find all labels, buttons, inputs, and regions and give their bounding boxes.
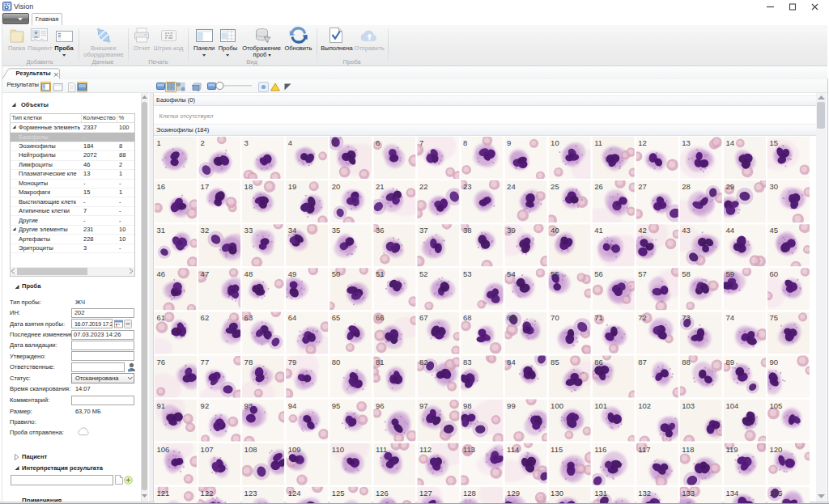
svg-text:122: 122 — [201, 488, 214, 497]
svg-text:43: 43 — [682, 226, 691, 235]
svg-text:4: 4 — [288, 138, 292, 147]
svg-text:118: 118 — [682, 444, 694, 453]
svg-text:89: 89 — [725, 357, 734, 366]
svg-text:40: 40 — [551, 226, 559, 235]
svg-text:93: 93 — [244, 400, 253, 409]
svg-text:100: 100 — [551, 400, 563, 409]
svg-text:24: 24 — [507, 182, 516, 191]
svg-text:80: 80 — [332, 357, 341, 366]
svg-text:14: 14 — [725, 138, 734, 147]
svg-text:104: 104 — [725, 400, 738, 409]
svg-text:112: 112 — [419, 444, 432, 453]
svg-text:19: 19 — [288, 182, 297, 191]
svg-text:117: 117 — [638, 444, 650, 453]
svg-text:91: 91 — [157, 400, 166, 409]
svg-text:45: 45 — [770, 226, 779, 235]
svg-text:34: 34 — [288, 226, 297, 235]
svg-text:107: 107 — [201, 444, 214, 453]
svg-text:46: 46 — [157, 269, 166, 278]
svg-text:110: 110 — [332, 444, 344, 453]
svg-text:64: 64 — [288, 313, 297, 322]
svg-text:33: 33 — [244, 226, 253, 235]
svg-text:108: 108 — [244, 444, 257, 453]
svg-text:48: 48 — [244, 269, 253, 278]
svg-text:111: 111 — [376, 444, 387, 453]
svg-text:67: 67 — [419, 313, 428, 322]
svg-text:86: 86 — [594, 357, 603, 366]
svg-text:87: 87 — [638, 357, 647, 366]
svg-text:129: 129 — [507, 488, 520, 497]
svg-text:56: 56 — [594, 269, 603, 278]
svg-text:49: 49 — [288, 269, 297, 278]
svg-text:31: 31 — [157, 226, 166, 235]
svg-text:1: 1 — [157, 138, 161, 147]
svg-text:3: 3 — [244, 138, 249, 147]
svg-text:27: 27 — [638, 182, 647, 191]
svg-text:114: 114 — [507, 444, 519, 453]
svg-text:50: 50 — [332, 269, 341, 278]
svg-text:77: 77 — [201, 357, 210, 366]
svg-text:95: 95 — [332, 400, 341, 409]
svg-text:66: 66 — [376, 313, 385, 322]
svg-text:41: 41 — [594, 226, 603, 235]
svg-text:65: 65 — [332, 313, 341, 322]
svg-text:2: 2 — [201, 138, 205, 147]
svg-text:7: 7 — [419, 138, 423, 147]
svg-text:109: 109 — [288, 444, 301, 453]
svg-text:36: 36 — [376, 226, 385, 235]
svg-text:20: 20 — [332, 182, 341, 191]
svg-text:9: 9 — [507, 138, 511, 147]
svg-text:76: 76 — [157, 357, 166, 366]
svg-text:79: 79 — [288, 357, 297, 366]
svg-text:98: 98 — [463, 400, 472, 409]
svg-text:6: 6 — [376, 138, 380, 147]
svg-text:26: 26 — [594, 182, 603, 191]
svg-text:132: 132 — [638, 488, 651, 497]
svg-text:17: 17 — [201, 182, 210, 191]
svg-text:37: 37 — [419, 226, 428, 235]
svg-text:32: 32 — [201, 226, 210, 235]
svg-text:135: 135 — [770, 488, 783, 497]
svg-text:99: 99 — [507, 400, 516, 409]
svg-text:54: 54 — [507, 269, 516, 278]
svg-text:116: 116 — [594, 444, 606, 453]
svg-text:78: 78 — [244, 357, 253, 366]
svg-text:38: 38 — [463, 226, 472, 235]
svg-text:21: 21 — [376, 182, 385, 191]
svg-text:44: 44 — [725, 226, 734, 235]
svg-text:70: 70 — [551, 313, 559, 322]
svg-text:123: 123 — [244, 488, 257, 497]
svg-text:120: 120 — [770, 444, 783, 453]
svg-text:18: 18 — [244, 182, 253, 191]
svg-text:90: 90 — [770, 357, 779, 366]
svg-text:71: 71 — [594, 313, 603, 322]
svg-text:58: 58 — [682, 269, 691, 278]
svg-text:130: 130 — [551, 488, 563, 497]
svg-text:13: 13 — [682, 138, 691, 147]
svg-text:85: 85 — [551, 357, 559, 366]
svg-text:28: 28 — [682, 182, 691, 191]
svg-text:53: 53 — [463, 269, 472, 278]
svg-text:23: 23 — [463, 182, 472, 191]
svg-text:75: 75 — [770, 313, 779, 322]
svg-text:59: 59 — [725, 269, 734, 278]
svg-text:92: 92 — [201, 400, 210, 409]
svg-text:69: 69 — [507, 313, 516, 322]
svg-text:11: 11 — [594, 138, 602, 147]
svg-text:15: 15 — [770, 138, 779, 147]
svg-text:103: 103 — [682, 400, 695, 409]
svg-text:126: 126 — [376, 488, 389, 497]
svg-text:8: 8 — [463, 138, 467, 147]
svg-text:94: 94 — [288, 400, 297, 409]
svg-text:125: 125 — [332, 488, 345, 497]
svg-text:134: 134 — [725, 488, 738, 497]
svg-text:30: 30 — [770, 182, 779, 191]
svg-text:55: 55 — [551, 269, 559, 278]
svg-text:29: 29 — [725, 182, 734, 191]
svg-text:63: 63 — [244, 313, 253, 322]
svg-text:74: 74 — [725, 313, 734, 322]
svg-text:106: 106 — [157, 444, 170, 453]
svg-text:10: 10 — [551, 138, 559, 147]
svg-text:47: 47 — [201, 269, 210, 278]
svg-text:72: 72 — [638, 313, 647, 322]
